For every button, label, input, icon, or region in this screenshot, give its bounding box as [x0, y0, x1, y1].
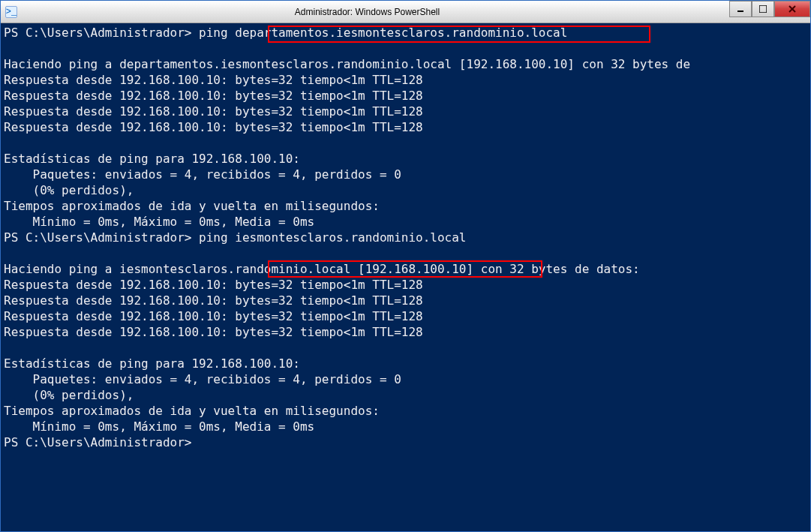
terminal-line: Tiempos aproximados de ida y vuelta en m…: [4, 199, 380, 213]
terminal-line: Tiempos aproximados de ida y vuelta en m…: [4, 404, 380, 418]
terminal-line: Paquetes: enviados = 4, recibidos = 4, p…: [4, 167, 401, 182]
terminal-line: Respuesta desde 192.168.100.10: bytes=32…: [4, 293, 423, 308]
terminal-output[interactable]: PS C:\Users\Administrador> ping departam…: [1, 23, 810, 531]
close-icon: [788, 5, 797, 14]
svg-rect-1: [759, 5, 767, 13]
terminal-line: Respuesta desde 192.168.100.10: bytes=32…: [4, 104, 423, 119]
terminal-line: Respuesta desde 192.168.100.10: bytes=32…: [4, 278, 423, 292]
terminal-line: Respuesta desde 192.168.100.10: bytes=32…: [4, 325, 423, 339]
close-button[interactable]: [774, 1, 810, 17]
terminal-line: Paquetes: enviados = 4, recibidos = 4, p…: [4, 372, 401, 386]
window-title: Administrador: Windows PowerShell: [22, 7, 810, 17]
terminal-line: PS C:\Users\Administrador>: [4, 435, 191, 449]
terminal-line: (0% perdidos),: [4, 183, 134, 197]
terminal-line: Haciendo ping a iesmontesclaros.randomin…: [4, 262, 640, 276]
svg-rect-0: [737, 11, 743, 12]
window-controls: [729, 1, 810, 17]
terminal-line: Mínimo = 0ms, Máximo = 0ms, Media = 0ms: [4, 419, 314, 434]
powershell-window: >_ Administrador: Windows PowerShell PS …: [0, 0, 811, 532]
terminal-line: Estadísticas de ping para 192.168.100.10…: [4, 152, 300, 166]
terminal-line: (0% perdidos),: [4, 388, 134, 402]
terminal-line: Estadísticas de ping para 192.168.100.10…: [4, 356, 300, 371]
terminal-line: Respuesta desde 192.168.100.10: bytes=32…: [4, 120, 423, 134]
terminal-line: Haciendo ping a departamentos.iesmontesc…: [4, 57, 690, 71]
terminal-line: PS C:\Users\Administrador> ping iesmonte…: [4, 230, 467, 245]
powershell-icon: >_: [5, 6, 17, 18]
terminal-line: Respuesta desde 192.168.100.10: bytes=32…: [4, 73, 423, 87]
terminal-line: PS C:\Users\Administrador> ping departam…: [4, 26, 567, 40]
maximize-icon: [759, 5, 767, 13]
titlebar[interactable]: >_ Administrador: Windows PowerShell: [1, 1, 810, 23]
minimize-button[interactable]: [729, 1, 752, 17]
minimize-icon: [737, 5, 744, 13]
terminal-line: Mínimo = 0ms, Máximo = 0ms, Media = 0ms: [4, 215, 314, 229]
maximize-button[interactable]: [752, 1, 774, 17]
terminal-line: Respuesta desde 192.168.100.10: bytes=32…: [4, 89, 423, 103]
terminal-line: Respuesta desde 192.168.100.10: bytes=32…: [4, 309, 423, 323]
